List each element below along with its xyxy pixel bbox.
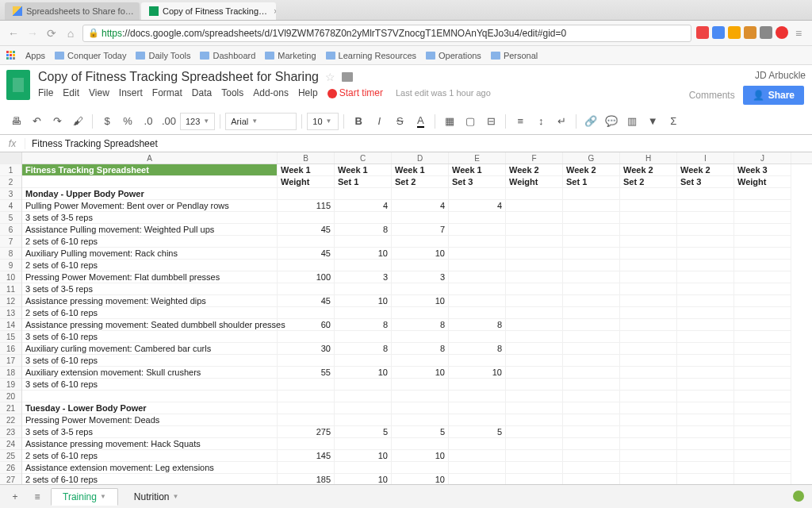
cell[interactable]	[449, 224, 506, 236]
cell[interactable]: Assistance pressing movement: Hack Squat…	[22, 438, 278, 450]
apps-icon[interactable]	[6, 51, 16, 60]
cell[interactable]	[506, 355, 563, 367]
address-bar[interactable]: 🔒 https://docs.google.com/spreadsheets/d…	[82, 25, 691, 42]
cell[interactable]: 3	[335, 271, 392, 283]
font-size-select[interactable]: 10▼	[307, 113, 339, 130]
cell[interactable]: Weight	[734, 176, 791, 188]
cell[interactable]: 8	[392, 319, 449, 331]
cell[interactable]	[278, 307, 335, 319]
row-header[interactable]: 2	[0, 176, 21, 188]
cell[interactable]	[392, 379, 449, 391]
cell[interactable]	[278, 355, 335, 367]
cell[interactable]	[677, 212, 734, 224]
ext-icon[interactable]	[760, 26, 772, 39]
cell[interactable]	[335, 236, 392, 248]
cell[interactable]	[335, 260, 392, 271]
cell[interactable]	[734, 248, 791, 260]
cell[interactable]	[278, 236, 335, 248]
row-header[interactable]: 5	[0, 212, 21, 224]
cell[interactable]: Auxiliary Pulling movement: Rack chins	[22, 248, 278, 260]
redo-icon[interactable]: ↷	[48, 112, 67, 131]
cell[interactable]	[734, 283, 791, 295]
cell[interactable]	[449, 379, 506, 391]
cell[interactable]	[677, 224, 734, 236]
cell[interactable]: 275	[278, 426, 335, 438]
cell[interactable]: Week 1	[392, 164, 449, 176]
browser-tab[interactable]: Copy of Fitness Tracking… ×	[141, 2, 276, 20]
cell[interactable]	[734, 438, 791, 450]
bookmark[interactable]: Learning Resources	[326, 51, 416, 60]
cell[interactable]	[563, 438, 620, 450]
cell[interactable]	[734, 224, 791, 236]
cell[interactable]	[677, 462, 734, 474]
cell[interactable]: Auxiliary curling movement: Cambered bar…	[22, 343, 278, 355]
currency-icon[interactable]: $	[98, 112, 117, 131]
cell[interactable]	[734, 379, 791, 391]
cell[interactable]	[563, 355, 620, 367]
cell[interactable]	[335, 188, 392, 200]
cell[interactable]: 55	[278, 367, 335, 379]
cell[interactable]	[734, 426, 791, 438]
cell[interactable]	[392, 307, 449, 319]
cell[interactable]	[563, 188, 620, 200]
cell[interactable]	[449, 462, 506, 474]
column-header[interactable]: G	[563, 152, 620, 164]
cell[interactable]	[449, 188, 506, 200]
functions-icon[interactable]: Σ	[664, 112, 683, 131]
cell[interactable]	[734, 450, 791, 462]
cell[interactable]: 3	[392, 271, 449, 283]
cell[interactable]: Set 1	[335, 176, 392, 188]
row-header[interactable]: 12	[0, 295, 21, 307]
cell[interactable]: 3 sets of 6-10 reps	[22, 379, 278, 391]
menu-help[interactable]: Help	[298, 87, 318, 98]
browser-tab[interactable]: Spreadsheets to Share fo… ×	[5, 2, 140, 20]
cell[interactable]	[677, 438, 734, 450]
cell[interactable]	[677, 283, 734, 295]
cell[interactable]: 8	[392, 343, 449, 355]
cell[interactable]	[677, 248, 734, 260]
column-header[interactable]: J	[734, 152, 791, 164]
cell[interactable]	[506, 379, 563, 391]
row-header[interactable]: 25	[0, 450, 21, 462]
cell[interactable]	[449, 450, 506, 462]
cell[interactable]	[506, 331, 563, 343]
cell[interactable]	[563, 426, 620, 438]
cell[interactable]: Week 2	[620, 164, 677, 176]
cell[interactable]: Assistance pressing movement: Seated dum…	[22, 319, 278, 331]
cell[interactable]: Week 1	[335, 164, 392, 176]
cell[interactable]: 60	[278, 319, 335, 331]
cell[interactable]	[335, 391, 392, 402]
cell[interactable]	[734, 319, 791, 331]
doc-title[interactable]: Copy of Fitness Tracking Spreadsheet for…	[38, 70, 319, 84]
cell[interactable]	[734, 200, 791, 212]
cell[interactable]: 3 sets of 3-5 reps	[22, 212, 278, 224]
cell[interactable]	[449, 307, 506, 319]
cell[interactable]	[620, 438, 677, 450]
column-header[interactable]: E	[449, 152, 506, 164]
cell[interactable]: Pulling Power Movement: Bent over or Pen…	[22, 200, 278, 212]
cell[interactable]	[278, 391, 335, 402]
cell[interactable]: Assistance extension movement: Leg exten…	[22, 462, 278, 474]
cell[interactable]	[734, 331, 791, 343]
move-folder-icon[interactable]	[342, 72, 353, 82]
cell[interactable]	[392, 355, 449, 367]
menu-icon[interactable]: ≡	[791, 26, 806, 40]
column-header[interactable]: C	[335, 152, 392, 164]
cell[interactable]	[506, 462, 563, 474]
cell[interactable]: 45	[278, 224, 335, 236]
font-select[interactable]: Arial▼	[225, 113, 297, 130]
cell[interactable]	[278, 188, 335, 200]
cell[interactable]	[392, 402, 449, 414]
column-header[interactable]: B	[278, 152, 335, 164]
cell[interactable]: Pressing Power Movement: Deads	[22, 414, 278, 426]
bookmark[interactable]: Apps	[25, 51, 45, 60]
cell[interactable]	[734, 307, 791, 319]
cell[interactable]	[563, 367, 620, 379]
cell[interactable]	[677, 200, 734, 212]
cell[interactable]: Week 1	[449, 164, 506, 176]
paint-format-icon[interactable]: 🖌	[68, 112, 87, 131]
cell[interactable]	[734, 188, 791, 200]
cell[interactable]	[449, 402, 506, 414]
cell[interactable]	[620, 450, 677, 462]
cell[interactable]	[620, 260, 677, 271]
